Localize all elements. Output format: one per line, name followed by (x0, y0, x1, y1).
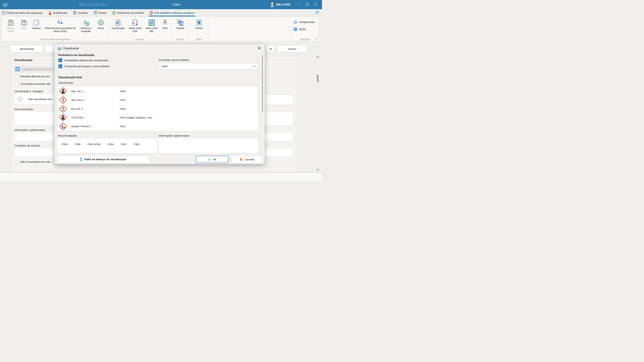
classification-row[interactable]: Asp. Tox. 1 H304 (57, 87, 258, 95)
p-code[interactable]: P391 (134, 143, 140, 146)
group-label-arquivos: Arquivos (108, 38, 171, 40)
fds-file-icon (150, 11, 153, 15)
toxicity-select[interactable]: vapor (159, 63, 258, 69)
pcn-button[interactable]: PCN (160, 18, 170, 30)
final-list-label: Classificação (58, 81, 73, 84)
duplicate-button[interactable]: Duplicar (29, 18, 44, 30)
svg-text:λ: λ (133, 20, 135, 25)
supplementary-label: Informações suplementares (14, 129, 46, 131)
review-button[interactable]: Rever (95, 18, 106, 30)
save-button[interactable]: Salve (18, 18, 29, 30)
classification-dialog: Classificação ✕ Parâmetros de classifica… (54, 44, 265, 164)
close-icon: ✕ (258, 46, 261, 51)
p-code[interactable]: P314 (108, 143, 114, 146)
p-code[interactable]: P301+P310 (88, 143, 101, 146)
toxicity-label: Toxicidade aguda inalatória (159, 58, 189, 61)
saved-as-sbl-button[interactable]: Salvo como SBL (144, 18, 160, 33)
scroll-down-arrow[interactable] (316, 169, 319, 171)
close-tab-button[interactable]: ✕ (315, 11, 319, 14)
checkbox-additive-properties[interactable]: Propiedades aditivas dos componentes (58, 58, 108, 62)
recommendations-panel[interactable]: P260 P280 P301+P310 P314 P331 P391 (57, 138, 157, 153)
restore-button[interactable] (304, 1, 311, 8)
p-code[interactable]: P331 (121, 143, 126, 146)
translate-icon: ẔA (176, 18, 184, 27)
dialog-title: Classificação (63, 47, 79, 50)
checkbox-unchecked[interactable] (15, 82, 18, 85)
save-as-pdf-button[interactable]: λ Salvar como PDF (127, 18, 143, 33)
toxicity-value: vapor (162, 65, 168, 67)
settings-button[interactable]: Configurações (293, 19, 319, 25)
minimize-button[interactable] (295, 1, 302, 8)
checkbox-unchecked[interactable] (15, 160, 18, 163)
ok-button[interactable]: OK (196, 156, 228, 163)
svg-text:?: ? (295, 28, 296, 30)
ghs-health-hazard-icon (59, 114, 67, 121)
tab-contatos[interactable]: Contatos (73, 9, 88, 16)
class-labelling-label: Classificação e rotulagem (14, 90, 43, 93)
section-button-identificacao[interactable]: Identificação (11, 45, 43, 52)
close-editor-icon (196, 18, 203, 27)
checkbox-package-content[interactable]: O conteúdo do pacote não (15, 82, 50, 85)
group-label-aplicacao: Aplicação (291, 38, 319, 40)
classification-row[interactable]: Aquatic Chronic 2 H411 (57, 122, 258, 131)
spellcheck-button[interactable]: A Verifique a ortografia (77, 18, 95, 33)
help-button[interactable]: ? Ajuda ⌄ (293, 26, 319, 32)
group-label-idioma: Idioma (172, 38, 189, 40)
close-editor-button[interactable]: Fechar (192, 18, 206, 30)
scrollbar-thumb[interactable] (317, 74, 318, 82)
classification-row[interactable]: Eye Irrit. 2 H319 (57, 104, 258, 113)
tab-substancias[interactable]: Substâncias (48, 9, 67, 16)
dialog-close-button[interactable]: ✕ (257, 46, 262, 51)
checkbox-environment-conversion[interactable]: Conversão parcial para o meio ambiente (58, 64, 110, 68)
dialog-logo-icon (57, 46, 62, 51)
checkbox-not-required[interactable]: Não é necessário que este (15, 160, 50, 163)
preview-button[interactable]: Q Visualização ⌄ (109, 18, 126, 32)
save-and-close-button[interactable]: Salvar e fechar (3, 18, 18, 33)
ribbon-group-arquivos: Q Visualização ⌄ λ Salvar como PDF Salvo… (108, 17, 172, 41)
app-title: SBLCore 2024 Blue (69, 0, 116, 9)
checkbox-unchecked[interactable] (15, 75, 18, 78)
group-dialog-launcher-icon[interactable]: ☰ (315, 38, 317, 40)
user-name: SBLCORE (276, 3, 290, 6)
tab-fds-exemplo[interactable]: FDS EXEMPLO Mistura perigosa (150, 9, 194, 16)
chevron-down-icon: ⌄ (307, 28, 309, 30)
tab-fichas-de-dados[interactable]: Fichas de dados de segurança (2, 9, 42, 16)
flask-icon (48, 11, 52, 15)
supplementary-panel[interactable] (159, 138, 258, 153)
p-code[interactable]: P280 (75, 143, 80, 146)
ghs-environment-icon (59, 122, 67, 130)
tab-parametros-de-controlo[interactable]: Parâmetros de controlo (112, 9, 144, 16)
scroll-up-arrow[interactable] (316, 56, 319, 57)
classification-row[interactable]: Skin Sens. 1 H317 (57, 95, 258, 104)
checkbox-label-different[interactable]: Rotulado diferente da clas (15, 75, 50, 78)
group-label-editor: Editor (189, 38, 209, 40)
ghs-exclamation-icon (59, 96, 67, 104)
cancel-button[interactable]: Cancelar (232, 156, 262, 163)
double-down-arrows-icon (56, 18, 64, 27)
phrases-icon (94, 11, 97, 15)
dialog-scrollbar-thumb[interactable] (262, 55, 263, 112)
user-account[interactable]: SBLCORE (270, 2, 290, 7)
app-logo-icon (2, 1, 8, 8)
tab-frases[interactable]: Frases (94, 9, 106, 16)
final-heading: Classificação final (58, 76, 82, 79)
section-button-anexos[interactable]: Anexos (278, 45, 307, 52)
autofill-phrases-button[interactable]: Preenchimento automático de frases (FDS) (44, 18, 76, 33)
section-button-16[interactable]: 16 (267, 45, 274, 52)
ghs-health-hazard-icon (59, 87, 67, 95)
translate-button[interactable]: ẔA Traduzir (173, 18, 187, 30)
x-icon (240, 158, 243, 161)
recommendations-label: Recomendações (14, 108, 33, 111)
classification-balance-button[interactable]: Σ Folha do balanço de classificação (57, 156, 149, 163)
p-code[interactable]: P260 (62, 143, 68, 146)
user-icon (270, 2, 274, 7)
chevron-down-icon (253, 65, 256, 67)
params-heading: Parâmetros de classificação (58, 54, 94, 57)
checkbox-checked[interactable] (58, 64, 62, 68)
classification-row[interactable]: STOT RE 2 H373 (órgãos auditivos, rins) (57, 113, 258, 122)
checkbox-checked[interactable] (58, 58, 62, 62)
close-window-button[interactable] (312, 1, 319, 8)
pcn-burst-icon (161, 18, 169, 27)
title-bar: SBLCore 2024 Blue Editor SBLCORE (0, 0, 322, 9)
restriction-label: Condições de restrição (14, 144, 40, 147)
